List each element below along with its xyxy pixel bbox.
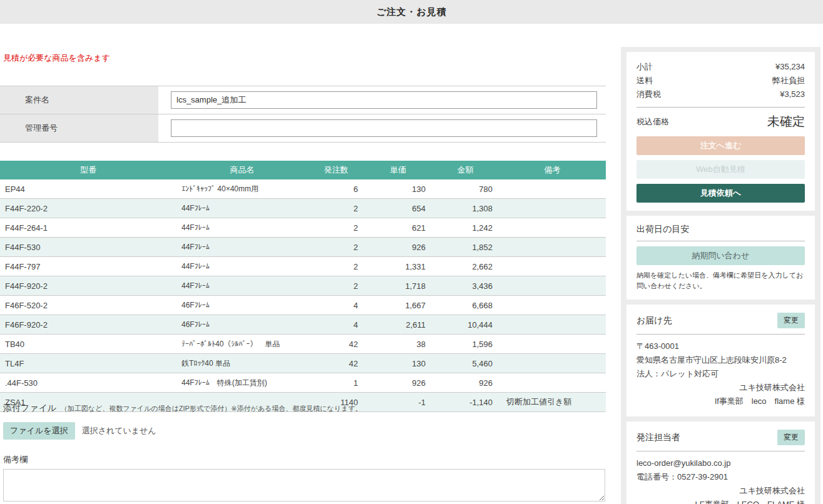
attachment-section: 添付ファイル （加工図など、複数ファイルの場合はZIP形式で添付）※添付がある場…	[3, 402, 604, 440]
orderer-change-button[interactable]: 変更	[777, 430, 805, 445]
product-name-cell: 44Fﾌﾚｰﾑ	[176, 276, 308, 296]
shipping-date-title: 出荷日の目安	[636, 224, 805, 235]
qty-cell: 6	[308, 179, 364, 199]
subtotal-value: ¥35,234	[775, 60, 805, 74]
unit-price-cell: 38	[364, 335, 432, 354]
project-name-input-wrap	[158, 91, 606, 109]
orderer-recipient: LF事業部 LECO FLAME 様	[636, 498, 805, 504]
col-header-product-name: 商品名	[176, 161, 308, 179]
amount-cell: 1,242	[432, 218, 499, 238]
orderer-company: ユキ技研株式会社	[636, 484, 805, 498]
model-cell: EP44	[0, 179, 176, 199]
model-cell: F44F-920-2	[0, 276, 176, 296]
unit-price-cell: 926	[364, 373, 432, 393]
amount-cell: 3,436	[432, 276, 499, 296]
control-number-input[interactable]	[171, 119, 597, 137]
table-row: F44F-220-244Fﾌﾚｰﾑ26541,308	[0, 199, 606, 218]
product-name-cell: 44Fﾌﾚｰﾑ	[176, 238, 308, 257]
model-cell: F44F-264-1	[0, 218, 176, 238]
note-cell	[499, 315, 606, 335]
qty-cell: 2	[308, 238, 364, 257]
table-row: F44F-264-144Fﾌﾚｰﾑ26211,242	[0, 218, 606, 238]
tax-value: ¥3,523	[780, 88, 805, 101]
delivery-change-button[interactable]: 変更	[777, 313, 805, 328]
amount-cell: 2,662	[432, 257, 499, 276]
product-name-cell: 46Fﾌﾚｰﾑ	[176, 315, 308, 335]
col-header-note: 備考	[499, 161, 606, 179]
qty-cell: 1	[308, 373, 364, 393]
table-row: F44F-79744Fﾌﾚｰﾑ21,3312,662	[0, 257, 606, 276]
delivery-recipient: lf事業部 leco flame 様	[636, 395, 805, 408]
col-header-unit-price: 単価	[364, 161, 432, 179]
delivery-address-divider	[636, 334, 805, 335]
proceed-order-button[interactable]: 注文へ進む	[636, 136, 805, 155]
amount-cell: 1,596	[432, 335, 499, 354]
delivery-company: ユキ技研株式会社	[636, 381, 805, 395]
order-sidebar: 小計 ¥35,234 送料 弊社負担 消費税 ¥3,523 税込価格 未確定 注…	[621, 47, 820, 504]
table-row: F46F-520-246Fﾌﾚｰﾑ41,6676,668	[0, 296, 606, 315]
shipping-fee-label: 送料	[636, 74, 653, 88]
amount-cell: 926	[432, 373, 499, 393]
product-name-cell: 44Fﾌﾚｰﾑ 特殊(加工賃別)	[176, 373, 308, 393]
project-name-input[interactable]	[171, 91, 597, 109]
model-cell: .44F-530	[0, 373, 176, 393]
table-row: F46F-920-246Fﾌﾚｰﾑ42,61110,444	[0, 315, 606, 335]
delivery-address-head: お届け先 変更	[636, 313, 805, 328]
note-cell	[499, 257, 606, 276]
orderer-divider	[636, 451, 805, 451]
model-cell: F46F-520-2	[0, 296, 176, 315]
note-cell	[499, 199, 606, 218]
attachment-label-line: 添付ファイル （加工図など、複数ファイルの場合はZIP形式で添付）※添付がある場…	[3, 402, 604, 414]
shipping-fee-row: 送料 弊社負担	[636, 74, 805, 88]
model-cell: F44F-530	[0, 238, 176, 257]
product-name-cell: 46Fﾌﾚｰﾑ	[176, 296, 308, 315]
attachment-label: 添付ファイル	[3, 403, 56, 413]
product-name-cell: 44Fﾌﾚｰﾑ	[176, 218, 308, 238]
product-table: 型番 商品名 発注数 単価 金額 備考 EP44ｴﾝﾄﾞｷｬｯﾌﾟ 40×40m…	[0, 161, 606, 412]
unit-price-cell: 130	[364, 354, 432, 373]
project-name-row: 案件名	[0, 86, 606, 114]
unit-price-cell: 130	[364, 179, 432, 199]
note-cell	[499, 179, 606, 199]
project-name-label: 案件名	[0, 86, 158, 114]
unit-price-cell: 1,718	[364, 276, 432, 296]
file-select-button[interactable]: ファイルを選択	[3, 422, 75, 440]
model-cell: F44F-220-2	[0, 199, 176, 218]
page-title: ご注文・お見積	[376, 6, 447, 18]
subtotal-row: 小計 ¥35,234	[636, 60, 805, 74]
col-header-model: 型番	[0, 161, 176, 179]
remarks-section: 備考欄	[3, 454, 605, 504]
table-row: EP44ｴﾝﾄﾞｷｬｯﾌﾟ 40×40mm用6130780	[0, 179, 606, 199]
product-name-cell: ﾃｰﾊﾟｰﾎﾞﾙﾄ40（ｼﾙﾊﾞｰ） 単品	[176, 335, 308, 354]
note-cell	[499, 218, 606, 238]
total-value: 未確定	[767, 113, 805, 130]
remarks-label: 備考欄	[3, 454, 605, 465]
table-row: TL4F鉄Tﾛｯｸ40 単品421305,460	[0, 354, 606, 373]
file-select-status: 選択されていません	[82, 425, 156, 436]
control-number-input-wrap	[158, 119, 606, 137]
remarks-textarea[interactable]	[3, 469, 605, 501]
qty-cell: 4	[308, 315, 364, 335]
note-cell	[499, 296, 606, 315]
file-select-row: ファイルを選択 選択されていません	[3, 422, 604, 440]
table-row: TB40ﾃｰﾊﾟｰﾎﾞﾙﾄ40（ｼﾙﾊﾞｰ） 単品42381,596	[0, 335, 606, 354]
control-number-label: 管理番号	[0, 114, 158, 142]
model-cell: TB40	[0, 335, 176, 354]
total-label: 税込価格	[636, 116, 669, 128]
quote-request-button[interactable]: 見積依頼へ	[636, 184, 805, 203]
amount-cell: 6,668	[432, 296, 499, 315]
orderer-card: 発注担当者 変更 leco-order@yukilabo.co.jp 電話番号：…	[626, 421, 815, 504]
table-row: .44F-53044Fﾌﾚｰﾑ 特殊(加工賃別)1926926	[0, 373, 606, 393]
col-header-amount: 金額	[432, 161, 499, 179]
unit-price-cell: 621	[364, 218, 432, 238]
note-cell	[499, 238, 606, 257]
delivery-inquiry-button[interactable]: 納期問い合わせ	[636, 246, 805, 265]
unit-price-cell: 654	[364, 199, 432, 218]
web-auto-quote-button[interactable]: Web自動見積	[636, 160, 805, 179]
qty-cell: 4	[308, 296, 364, 315]
orderer-head: 発注担当者 変更	[636, 430, 805, 445]
qty-cell: 2	[308, 276, 364, 296]
summary-divider	[636, 107, 805, 108]
shipping-date-note: 納期を確定したい場合、備考欄に希望日を入力してお問い合わせください。	[636, 270, 805, 291]
model-cell: F44F-797	[0, 257, 176, 276]
